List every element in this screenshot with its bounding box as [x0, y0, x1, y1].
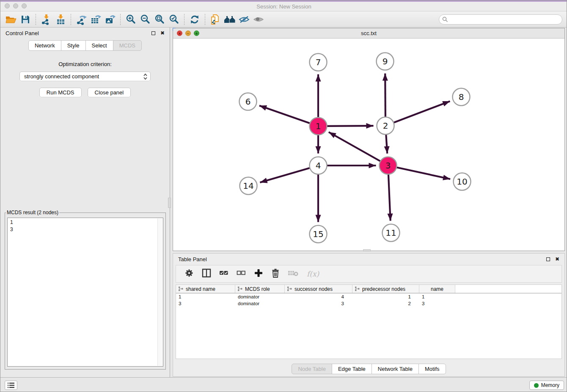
graph-node-label: 14 — [243, 181, 253, 191]
graph-edge-1-6[interactable] — [259, 105, 318, 126]
import-network-icon — [41, 14, 52, 25]
graph-node-1[interactable]: 1 — [310, 118, 327, 135]
table-cell[interactable]: 3 — [285, 301, 352, 306]
mcds-result-textarea[interactable]: 1 3 — [7, 218, 163, 367]
tab-network-table[interactable]: Network Table — [372, 364, 419, 374]
select-all-button[interactable] — [219, 270, 228, 278]
graph-edge-3-1[interactable] — [329, 132, 388, 166]
app-titlebar: Session: New Session — [0, 0, 567, 11]
task-history-button[interactable] — [5, 381, 17, 390]
graph-node-2[interactable]: 2 — [377, 117, 394, 135]
column-header-name[interactable]: name — [419, 285, 455, 293]
column-header-shared-name[interactable]: shared name — [176, 285, 235, 293]
graph-node-14[interactable]: 14 — [240, 177, 257, 195]
graph-node-label: 6 — [245, 97, 251, 107]
graph-node-label: 11 — [385, 228, 396, 238]
table-cell[interactable]: dominator — [235, 294, 285, 299]
eye-icon — [253, 14, 264, 25]
mcds-result-groupbox: MCDS result (2 nodes) 1 3 — [5, 210, 166, 370]
column-header-MCDS-role[interactable]: MCDS role — [235, 285, 285, 293]
column-type-icon — [355, 287, 360, 291]
zoom-out-icon — [140, 14, 151, 25]
column-header-predecessor-nodes[interactable]: predecessor nodes — [352, 285, 419, 293]
table-panel: Table Panel ✖ — [173, 253, 565, 377]
result-scrollbar[interactable] — [157, 218, 162, 366]
run-mcds-button[interactable]: Run MCDS — [39, 88, 82, 97]
table-cell[interactable]: 1 — [352, 294, 419, 299]
search-icon — [442, 17, 448, 22]
graph-node-3[interactable]: 3 — [380, 157, 397, 174]
graph-node-10[interactable]: 10 — [454, 173, 471, 190]
table-row[interactable]: 3dominator323 — [176, 300, 561, 307]
graph-node-8[interactable]: 8 — [453, 88, 470, 106]
memory-button[interactable]: Memory — [529, 381, 564, 390]
splitter-handle[interactable] — [363, 249, 371, 251]
graph-node-9[interactable]: 9 — [377, 53, 394, 70]
graph-node-4[interactable]: 4 — [310, 157, 327, 174]
graph-node-15[interactable]: 15 — [310, 226, 327, 243]
tab-edge-table[interactable]: Edge Table — [332, 364, 372, 374]
graph-node-label: 1 — [316, 121, 321, 131]
export-network-button[interactable] — [74, 13, 88, 26]
unselect-all-button[interactable] — [237, 270, 246, 278]
network-canvas[interactable]: 1234678910111415 — [173, 39, 564, 251]
show-eye-button[interactable] — [251, 13, 266, 26]
trash-icon — [271, 268, 280, 278]
table-cell[interactable]: 1 — [419, 294, 455, 299]
toolbar-separator — [120, 14, 121, 25]
tab-motifs[interactable]: Motifs — [418, 364, 446, 374]
graph-edge-3-10[interactable] — [388, 166, 450, 179]
graph-node-11[interactable]: 11 — [383, 224, 400, 242]
table-settings-button[interactable] — [184, 268, 194, 279]
float-panel-icon[interactable] — [546, 257, 550, 261]
status-bar: Memory — [0, 377, 567, 392]
graph-node-7[interactable]: 7 — [310, 54, 327, 71]
column-header-successor-nodes[interactable]: successor nodes — [285, 285, 352, 293]
column-browse-button[interactable] — [202, 268, 211, 279]
table-cell[interactable]: dominator — [235, 301, 285, 306]
delete-row-button[interactable] — [271, 268, 280, 279]
tab-network[interactable]: Network — [28, 40, 61, 51]
table-cell[interactable]: 3 — [419, 301, 455, 306]
new-network-from-selection-button[interactable] — [208, 13, 223, 26]
zoom-selected-button[interactable] — [167, 13, 181, 26]
splitter-handle[interactable] — [168, 198, 171, 208]
table-cell[interactable]: 2 — [352, 301, 419, 306]
table-cell[interactable]: 1 — [176, 294, 235, 299]
dropdown-stepper-icon — [143, 73, 148, 82]
tab-node-table[interactable]: Node Table — [292, 364, 332, 374]
unselect-all-icon — [237, 270, 246, 276]
add-row-button[interactable] — [254, 268, 263, 279]
close-panel-icon[interactable]: ✖ — [555, 257, 559, 262]
table-cell[interactable]: 4 — [285, 294, 352, 299]
control-panel-tabs: NetworkStyleSelectMCDS — [0, 40, 170, 51]
delete-table-icon — [288, 269, 299, 277]
export-image-button[interactable] — [103, 13, 117, 26]
tab-style[interactable]: Style — [61, 40, 86, 51]
import-table-button[interactable] — [53, 13, 68, 26]
refresh-button[interactable] — [187, 13, 202, 26]
graph-node-label: 3 — [385, 160, 391, 171]
graph-node-6[interactable]: 6 — [239, 93, 257, 110]
search-input[interactable] — [439, 14, 562, 25]
zoom-fit-button[interactable] — [152, 13, 167, 26]
zoom-in-button[interactable] — [124, 13, 138, 26]
tab-mcds[interactable]: MCDS — [113, 40, 142, 51]
float-panel-icon[interactable] — [151, 31, 155, 35]
table-cell[interactable]: 3 — [176, 301, 235, 306]
open-session-button[interactable] — [4, 13, 18, 26]
zoom-out-button[interactable] — [138, 13, 152, 26]
graph-edge-2-8[interactable] — [385, 101, 450, 126]
close-panel-icon[interactable]: ✖ — [160, 30, 165, 36]
save-session-button[interactable] — [18, 13, 33, 26]
export-table-button[interactable] — [88, 13, 103, 26]
close-panel-button[interactable]: Close panel — [88, 88, 131, 97]
criterion-dropdown[interactable]: strongly connected component — [19, 72, 151, 81]
home-button[interactable] — [223, 13, 237, 26]
import-network-button[interactable] — [39, 13, 53, 26]
network-window-titlebar[interactable]: × − + scc.txt — [173, 28, 564, 39]
toolbar-separator — [71, 14, 71, 25]
tab-select[interactable]: Select — [85, 40, 113, 51]
table-row[interactable]: 1dominator411 — [176, 293, 561, 300]
hide-selected-button[interactable] — [237, 13, 251, 26]
